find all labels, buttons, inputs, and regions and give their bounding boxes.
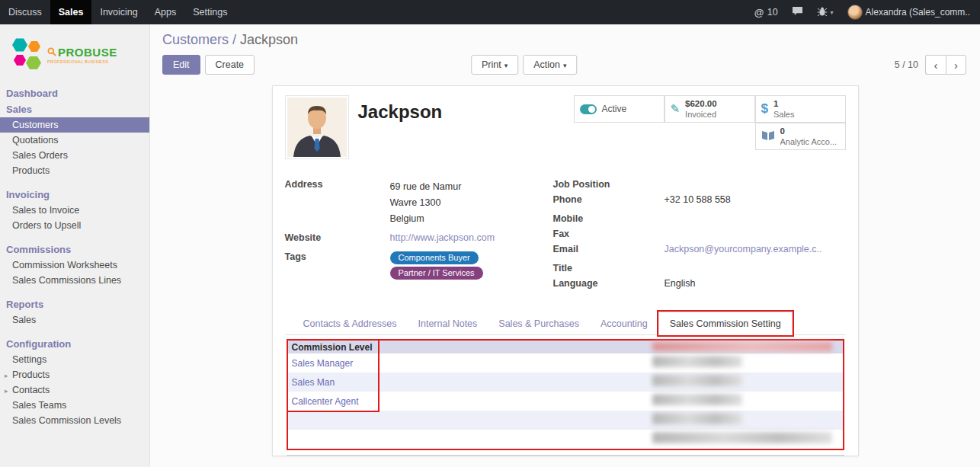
app-menus: Discuss Sales Invoicing Apps Settings (0, 0, 235, 24)
user-menu[interactable]: Alexandra (Sales_comm.. (841, 0, 977, 24)
dollar-icon: $ (761, 101, 768, 117)
menu-discuss[interactable]: Discuss (0, 0, 50, 24)
menu-sales[interactable]: Sales (50, 0, 92, 24)
tab-contacts-addresses[interactable]: Contacts & Addresses (293, 312, 408, 334)
sidebar-item-dashboard[interactable]: Dashboard (0, 85, 149, 101)
menu-settings[interactable]: Settings (184, 0, 235, 24)
sidebar-item-config-contacts[interactable]: ▸Contacts (0, 382, 149, 398)
sidebar-item-label: Products (12, 369, 50, 380)
bug-icon (817, 7, 828, 18)
form-fields: Address 69 rue de Namur Wavre 1300 Belgi… (285, 179, 846, 293)
sidebar-item-sales-orders[interactable]: Sales Orders (0, 148, 149, 163)
breadcrumb-current: Jackpson (240, 32, 298, 47)
pager-next-button[interactable]: › (946, 55, 966, 75)
sidebar-section-sales[interactable]: Sales (0, 101, 149, 117)
pager: ‹ › (925, 55, 966, 75)
tags-list: Components Buyer Partner / IT Services (390, 251, 483, 280)
tab-accounting[interactable]: Accounting (590, 312, 658, 334)
tag-components-buyer[interactable]: Components Buyer (390, 251, 479, 264)
analytic-accounts-stat-button[interactable]: 0 Analytic Acco... (755, 123, 846, 150)
table-row-sales-manager[interactable]: Sales Manager (288, 353, 843, 373)
sidebar-section-invoicing[interactable]: Invoicing (0, 187, 149, 203)
logo-subtitle-text: PROFESSIONAL BUSINESS (47, 59, 117, 64)
breadcrumb-separator: / (232, 32, 236, 47)
language-value[interactable]: English (665, 278, 696, 291)
action-label: Action (533, 59, 560, 70)
customer-form-sheet: Jackpson Active ✎ $620.00 Invoiced (272, 85, 859, 456)
breadcrumb-customers-link[interactable]: Customers (162, 32, 229, 47)
create-button[interactable]: Create (205, 55, 255, 75)
at-icon: @ (754, 7, 764, 18)
sales-count: 1 (773, 98, 795, 109)
toggle-on-icon (580, 104, 597, 114)
logo-text: PROBUSE PROFESSIONAL BUSINESS (47, 46, 117, 64)
email-link[interactable]: Jackpson@yourcompany.example.c.. (665, 244, 822, 257)
address-value[interactable]: 69 rue de Namur Wavre 1300 Belgium (390, 179, 462, 226)
address-street: 69 rue de Namur (390, 181, 462, 192)
sidebar-item-sales-teams[interactable]: Sales Teams (0, 398, 149, 413)
sidebar-item-customers[interactable]: Customers (0, 117, 149, 133)
sidebar-section-commissions[interactable]: Commissions (0, 241, 149, 257)
chevron-right-icon: ▸ (5, 372, 12, 379)
redacted-value-blur (652, 432, 832, 443)
tag-partner-it-services[interactable]: Partner / IT Services (390, 267, 483, 280)
pencil-icon: ✎ (671, 102, 681, 116)
table-row-callcenter-agent[interactable]: Callcenter Agent (288, 392, 843, 411)
control-panel-buttons: Edit Create Print▾ Action▾ 5 / 10 ‹ › (162, 55, 966, 75)
print-dropdown-button[interactable]: Print▾ (471, 55, 518, 75)
customer-name: Jackpson (358, 101, 443, 123)
print-label: Print (482, 59, 501, 70)
phone-value[interactable]: +32 10 588 558 (665, 194, 731, 207)
chevron-down-icon: ▾ (563, 62, 567, 69)
language-label: Language (553, 278, 665, 291)
control-panel: Customers/Jackpson Edit Create Print▾ Ac… (150, 24, 980, 75)
debug-menu[interactable]: ▾ (810, 0, 841, 24)
sidebar-item-quotations[interactable]: Quotations (0, 133, 149, 148)
sidebar-item-reports-sales[interactable]: Sales (0, 312, 149, 328)
sidebar: PROBUSE PROFESSIONAL BUSINESS Dashboard … (0, 24, 150, 467)
probuse-logo[interactable]: PROBUSE PROFESSIONAL BUSINESS (0, 32, 149, 85)
sidebar-item-commission-worksheets[interactable]: Commission Worksheets (0, 257, 149, 273)
website-label: Website (285, 232, 390, 245)
tab-sales-commission-setting[interactable]: Sales Commission Setting (658, 312, 793, 335)
active-label: Active (602, 104, 627, 114)
edit-button[interactable]: Edit (162, 55, 200, 75)
tab-sales-purchases[interactable]: Sales & Purchases (488, 312, 590, 334)
invoiced-stat-button[interactable]: ✎ $620.00 Invoiced (665, 95, 755, 123)
sales-stat-button[interactable]: $ 1 Sales (755, 95, 846, 123)
column-header-commission-level[interactable]: Commission Level (288, 341, 652, 353)
menu-apps[interactable]: Apps (146, 0, 185, 24)
phone-label: Phone (553, 194, 665, 207)
table-row-empty[interactable] (288, 411, 843, 430)
table-row-sales-man[interactable]: Sales Man (288, 373, 843, 392)
sidebar-item-orders-to-upsell[interactable]: Orders to Upsell (0, 218, 149, 233)
website-link[interactable]: http://www.jackpson.com (390, 232, 495, 245)
sidebar-item-sales-to-invoice[interactable]: Sales to Invoice (0, 203, 149, 218)
sidebar-section-configuration[interactable]: Configuration (0, 336, 149, 352)
redacted-value-blur (652, 375, 742, 386)
sidebar-section-reports[interactable]: Reports (0, 296, 149, 312)
menu-invoicing[interactable]: Invoicing (91, 0, 146, 24)
sidebar-item-config-products[interactable]: ▸Products (0, 367, 149, 382)
chevron-down-icon: ▾ (504, 62, 508, 69)
sidebar-item-sales-commission-levels[interactable]: Sales Commission Levels (0, 413, 149, 428)
mentions-counter[interactable]: @ 10 (747, 0, 784, 24)
sidebar-item-products[interactable]: Products (0, 163, 149, 178)
customer-photo[interactable] (285, 95, 349, 159)
address-city: Wavre 1300 (390, 197, 441, 208)
sales-label: Sales (773, 110, 795, 120)
pager-previous-button[interactable]: ‹ (925, 55, 946, 75)
messages-menu[interactable] (785, 0, 810, 24)
email-label: Email (553, 244, 665, 257)
sidebar-item-config-settings[interactable]: Settings (0, 352, 149, 367)
tab-internal-notes[interactable]: Internal Notes (407, 312, 488, 334)
sidebar-item-sales-commissions-lines[interactable]: Sales Commissions Lines (0, 273, 149, 288)
action-dropdown-button[interactable]: Action▾ (523, 55, 577, 75)
user-avatar (847, 5, 863, 20)
invoiced-amount: $620.00 (685, 98, 717, 109)
chat-bubble-icon (792, 6, 803, 18)
title-label: Title (553, 263, 665, 276)
form-header: Jackpson Active ✎ $620.00 Invoiced (285, 95, 846, 159)
active-stat-button[interactable]: Active (574, 95, 665, 123)
redacted-column-header-blur (652, 342, 832, 351)
